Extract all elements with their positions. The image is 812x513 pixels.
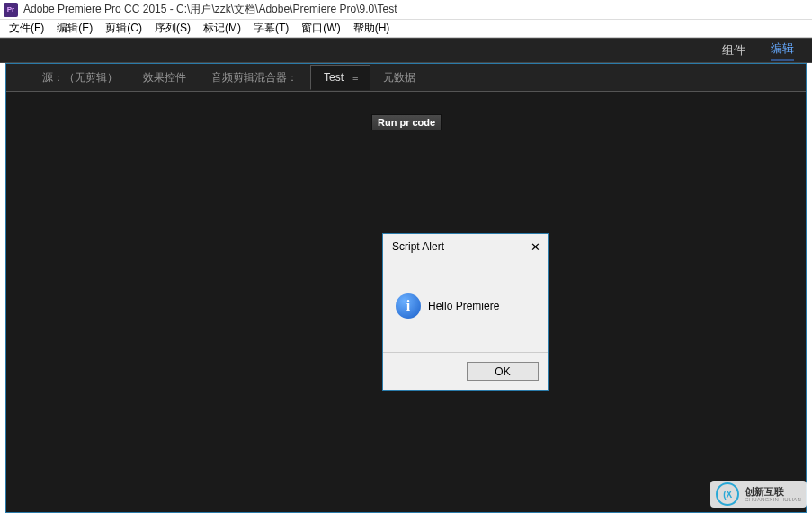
menu-clip[interactable]: 剪辑(C) [105,21,142,36]
dialog-body: i Hello Premiere [383,259,548,352]
panel-tab-source[interactable]: 源：（无剪辑） [30,65,130,91]
watermark-main-text: 创新互联 [745,487,801,497]
panel-tab-test-label: Test [324,71,344,84]
watermark-logo-icon: (X [716,482,739,506]
watermark: (X 创新互联 CHUANGXIN HULIAN [710,481,807,508]
menu-sequence[interactable]: 序列(S) [155,21,191,36]
close-icon[interactable]: ✕ [531,240,540,254]
menu-file[interactable]: 文件(F) [9,21,44,36]
run-pr-code-button[interactable]: Run pr code [371,114,442,130]
workspace-bar: 组件 编辑 [0,38,812,63]
dialog-title-bar: Script Alert ✕ [383,234,548,259]
workspace-tab-edit[interactable]: 编辑 [771,40,794,61]
menu-title[interactable]: 字幕(T) [254,21,289,36]
dialog-message: Hello Premiere [428,300,499,312]
premiere-app-icon: Pr [4,3,18,17]
panel-tab-test[interactable]: Test ≡ [310,65,370,90]
panel-tab-effect[interactable]: 效果控件 [130,65,199,91]
menu-window[interactable]: 窗口(W) [301,21,340,36]
ok-button[interactable]: OK [467,362,539,381]
panel-tab-mixer[interactable]: 音频剪辑混合器： [199,65,310,91]
window-title: Adobe Premiere Pro CC 2015 - C:\用户\zzk\文… [23,2,397,17]
panel-tab-metadata[interactable]: 元数据 [370,65,428,91]
workspace-tab-component[interactable]: 组件 [722,42,745,58]
menu-edit[interactable]: 编辑(E) [57,21,93,36]
watermark-sub-text: CHUANGXIN HULIAN [745,497,801,502]
menu-bar: 文件(F) 编辑(E) 剪辑(C) 序列(S) 标记(M) 字幕(T) 窗口(W… [0,20,812,38]
dialog-title: Script Alert [392,240,444,253]
dialog-footer: OK [383,352,548,390]
script-alert-dialog: Script Alert ✕ i Hello Premiere OK [382,233,549,391]
menu-help[interactable]: 帮助(H) [353,21,390,36]
menu-marker[interactable]: 标记(M) [203,21,241,36]
info-icon: i [396,293,421,319]
title-bar: Pr Adobe Premiere Pro CC 2015 - C:\用户\zz… [0,0,812,20]
panel-menu-icon[interactable]: ≡ [352,72,357,83]
panel-tab-row: 源：（无剪辑） 效果控件 音频剪辑混合器： Test ≡ 元数据 [6,64,806,91]
